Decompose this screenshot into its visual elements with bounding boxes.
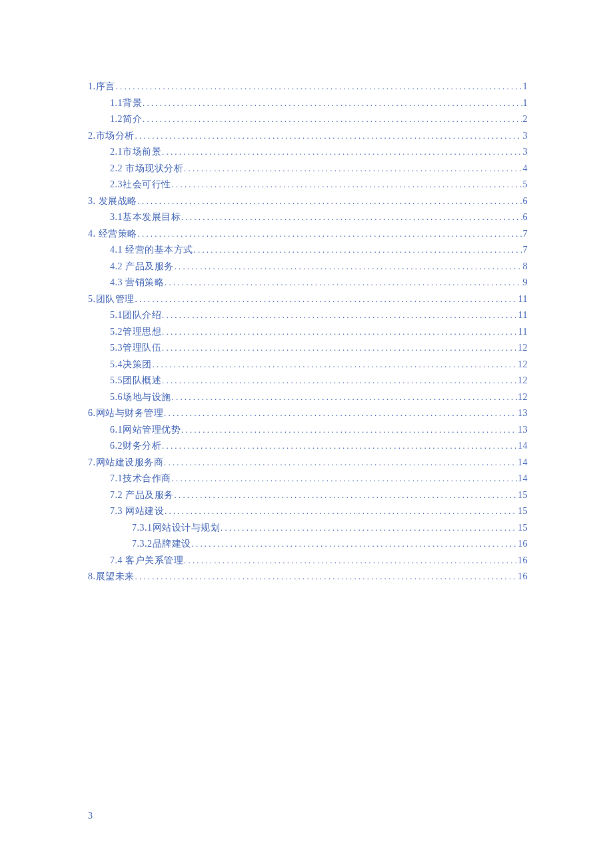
toc-entry[interactable]: 5.2管理思想11 (88, 324, 528, 341)
toc-entry[interactable]: 1.1背景1 (88, 95, 528, 112)
toc-leader-dots (162, 307, 518, 324)
toc-entry[interactable]: 1.2简介2 (88, 111, 528, 128)
toc-entry-page: 7 (523, 226, 528, 243)
toc-leader-dots (143, 95, 522, 112)
toc-entry-page: 1 (523, 95, 528, 112)
toc-entry[interactable]: 2.2 市场现状分析4 (88, 161, 528, 177)
toc-entry[interactable]: 7.2 产品及服务15 (88, 487, 528, 504)
toc-entry-page: 8 (523, 259, 528, 275)
toc-entry-page: 12 (518, 389, 528, 406)
toc-entry-page: 11 (518, 307, 528, 324)
toc-leader-dots (165, 275, 522, 291)
toc-leader-dots (164, 455, 517, 471)
toc-entry[interactable]: 5.4决策团12 (88, 357, 528, 373)
toc-entry[interactable]: 5.6场地与设施12 (88, 389, 528, 406)
toc-entry-label: 4.1 经营的基本方式 (110, 242, 193, 259)
toc-leader-dots (221, 520, 517, 537)
toc-entry-label: 7.网站建设服务商 (88, 455, 163, 471)
toc-leader-dots (184, 553, 517, 569)
toc-leader-dots (165, 503, 517, 520)
toc-leader-dots (175, 487, 518, 504)
toc-entry[interactable]: 2.市场分析3 (88, 128, 528, 145)
toc-leader-dots (135, 128, 522, 145)
toc-entry-page: 12 (518, 373, 528, 389)
toc-entry[interactable]: 4.1 经营的基本方式7 (88, 242, 528, 259)
toc-entry[interactable]: 6.1网站管理优势13 (88, 422, 528, 439)
toc-entry-page: 16 (518, 553, 528, 569)
toc-entry-label: 1.2简介 (110, 111, 142, 128)
toc-entry-page: 7 (523, 242, 528, 259)
toc-leader-dots (181, 209, 522, 226)
toc-entry[interactable]: 2.1市场前景3 (88, 144, 528, 161)
toc-entry-label: 4.3 营销策略 (110, 275, 164, 291)
toc-entry-label: 7.1技术合作商 (110, 471, 171, 487)
toc-entry-label: 4. 经营策略 (88, 226, 137, 243)
toc-leader-dots (135, 569, 518, 585)
toc-entry[interactable]: 3. 发展战略6 (88, 193, 528, 210)
toc-leader-dots (172, 471, 518, 487)
toc-entry[interactable]: 2.3社会可行性5 (88, 177, 528, 193)
toc-entry[interactable]: 7.网站建设服务商14 (88, 455, 528, 471)
toc-entry-page: 14 (518, 471, 528, 487)
toc-entry-page: 11 (518, 291, 528, 308)
toc-entry-page: 6 (523, 209, 528, 226)
document-page: 1.序言11.1背景11.2简介22.市场分析32.1市场前景32.2 市场现状… (0, 0, 613, 585)
toc-leader-dots (138, 226, 522, 243)
toc-leader-dots (164, 405, 517, 422)
toc-entry[interactable]: 7.3 网站建设15 (88, 503, 528, 520)
toc-entry[interactable]: 7.1技术合作商14 (88, 471, 528, 487)
toc-entry[interactable]: 4.2 产品及服务8 (88, 259, 528, 275)
toc-leader-dots (194, 242, 522, 259)
toc-entry-label: 5.5团队概述 (110, 373, 161, 389)
toc-entry-page: 13 (518, 422, 528, 439)
toc-entry[interactable]: 5.1团队介绍11 (88, 307, 528, 324)
toc-entry[interactable]: 7.4 客户关系管理16 (88, 553, 528, 569)
toc-entry-label: 5.3管理队伍 (110, 340, 161, 357)
toc-entry-page: 12 (518, 340, 528, 357)
toc-entry[interactable]: 4. 经营策略7 (88, 226, 528, 243)
toc-leader-dots (116, 79, 522, 95)
toc-entry[interactable]: 6.网站与财务管理13 (88, 405, 528, 422)
toc-entry-page: 15 (518, 520, 528, 537)
toc-entry-label: 5.4决策团 (110, 357, 152, 373)
toc-entry[interactable]: 8.展望未来16 (88, 569, 528, 585)
toc-entry[interactable]: 5.3管理队伍12 (88, 340, 528, 357)
toc-entry-label: 3. 发展战略 (88, 193, 137, 210)
toc-leader-dots (175, 259, 522, 275)
toc-entry-page: 14 (518, 455, 528, 471)
toc-entry-page: 15 (518, 487, 528, 504)
toc-leader-dots (135, 291, 518, 308)
toc-entry-label: 1.序言 (88, 79, 115, 95)
toc-entry-page: 5 (523, 177, 528, 193)
toc-entry-page: 4 (523, 161, 528, 177)
toc-entry[interactable]: 5.5团队概述12 (88, 373, 528, 389)
toc-entry[interactable]: 1.序言1 (88, 79, 528, 95)
toc-entry-label: 5.团队管理 (88, 291, 135, 308)
toc-entry-label: 7.3.1网站设计与规划 (132, 520, 220, 537)
toc-entry[interactable]: 5.团队管理11 (88, 291, 528, 308)
toc-entry-page: 16 (518, 536, 528, 553)
toc-entry[interactable]: 4.3 营销策略9 (88, 275, 528, 291)
toc-entry[interactable]: 7.3.2品牌建设16 (88, 536, 528, 553)
toc-entry-label: 2.市场分析 (88, 128, 135, 145)
toc-leader-dots (172, 177, 522, 193)
toc-entry-page: 12 (518, 357, 528, 373)
toc-entry-page: 1 (523, 79, 528, 95)
toc-entry-label: 6.1网站管理优势 (110, 422, 181, 439)
toc-entry[interactable]: 3.1基本发展目标6 (88, 209, 528, 226)
toc-leader-dots (181, 422, 517, 439)
toc-entry-label: 5.1团队介绍 (110, 307, 161, 324)
toc-entry[interactable]: 7.3.1网站设计与规划15 (88, 520, 528, 537)
toc-entry-label: 7.3 网站建设 (110, 503, 164, 520)
toc-entry-label: 1.1背景 (110, 95, 142, 112)
toc-entry-page: 13 (518, 405, 528, 422)
toc-entry-label: 4.2 产品及服务 (110, 259, 174, 275)
toc-entry-label: 2.2 市场现状分析 (110, 161, 183, 177)
toc-entry-label: 7.3.2品牌建设 (132, 536, 191, 553)
toc-entry[interactable]: 6.2财务分析14 (88, 438, 528, 455)
toc-leader-dots (138, 193, 522, 210)
toc-entry-label: 3.1基本发展目标 (110, 209, 181, 226)
toc-entry-label: 2.1市场前景 (110, 144, 161, 161)
toc-entry-label: 6.2财务分析 (110, 438, 161, 455)
toc-entry-label: 2.3社会可行性 (110, 177, 171, 193)
